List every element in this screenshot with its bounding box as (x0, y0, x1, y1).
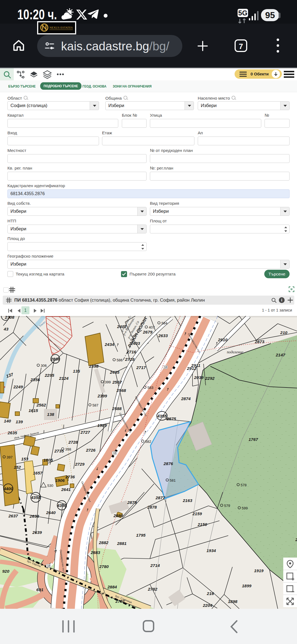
svg-text:2562: 2562 (36, 403, 46, 407)
svg-text:579: 579 (224, 504, 230, 508)
svg-text:2435: 2435 (110, 370, 120, 375)
svg-text:4400: 4400 (3, 486, 13, 491)
svg-text:306: 306 (41, 364, 47, 368)
svg-text:2875: 2875 (166, 416, 176, 421)
svg-text:407: 407 (149, 325, 155, 329)
svg-text:399: 399 (105, 380, 111, 384)
svg-text:1805: 1805 (43, 458, 53, 462)
svg-text:2808: 2808 (50, 357, 60, 361)
svg-text:2880: 2880 (113, 513, 123, 518)
svg-text:2639: 2639 (32, 530, 42, 535)
svg-text:584: 584 (161, 321, 167, 325)
svg-text:2874: 2874 (181, 396, 191, 401)
svg-text:135: 135 (73, 369, 80, 373)
svg-text:691: 691 (36, 587, 43, 592)
svg-text:599: 599 (242, 506, 248, 510)
svg-text:2150: 2150 (197, 522, 207, 527)
svg-text:920: 920 (2, 569, 9, 574)
svg-text:2398: 2398 (89, 364, 99, 369)
svg-text:2567: 2567 (112, 380, 122, 384)
svg-text:1934: 1934 (207, 548, 216, 553)
svg-text:138: 138 (47, 412, 54, 417)
svg-text:2039: 2039 (194, 375, 204, 380)
svg-text:2735: 2735 (54, 449, 64, 453)
svg-text:2728: 2728 (68, 440, 78, 444)
svg-text:2883: 2883 (90, 550, 100, 555)
svg-text:2147: 2147 (276, 353, 286, 357)
svg-text:43: 43 (3, 327, 9, 331)
svg-text:210: 210 (280, 330, 287, 335)
svg-text:2876: 2876 (163, 461, 173, 466)
svg-text:2434: 2434 (105, 342, 114, 347)
svg-text:152: 152 (14, 465, 21, 470)
svg-text:2717: 2717 (136, 365, 146, 370)
svg-text:2163: 2163 (183, 498, 193, 503)
svg-text:1795: 1795 (136, 533, 146, 537)
svg-text:2356: 2356 (30, 377, 40, 382)
svg-text:583: 583 (147, 386, 153, 390)
svg-text:2881: 2881 (117, 541, 127, 546)
svg-text:2729: 2729 (75, 462, 85, 466)
svg-text:397: 397 (7, 455, 13, 459)
svg-text:2718: 2718 (125, 357, 135, 362)
svg-text:2638: 2638 (29, 514, 39, 519)
svg-text:2726: 2726 (86, 448, 96, 452)
svg-text:2782: 2782 (148, 587, 158, 591)
svg-text:2884: 2884 (107, 585, 117, 589)
svg-text:586: 586 (117, 358, 123, 362)
svg-text:22: 22 (295, 537, 297, 542)
svg-text:2159: 2159 (192, 511, 202, 516)
svg-text:1989: 1989 (97, 423, 107, 428)
svg-text:2588: 2588 (112, 406, 122, 411)
svg-text:2204: 2204 (203, 603, 213, 608)
svg-text:139: 139 (16, 419, 23, 424)
svg-text:2727: 2727 (80, 430, 90, 435)
svg-text:1906: 1906 (55, 478, 65, 483)
svg-text:4354: 4354 (31, 495, 41, 500)
svg-text:18: 18 (47, 564, 50, 567)
svg-text:2635: 2635 (7, 430, 17, 435)
svg-text:2295: 2295 (45, 373, 54, 378)
svg-text:2124: 2124 (59, 376, 69, 381)
svg-text:2877: 2877 (155, 495, 166, 500)
svg-text:1657: 1657 (33, 471, 43, 475)
svg-text:2780: 2780 (99, 564, 109, 569)
svg-text:18: 18 (113, 452, 116, 455)
svg-text:1919: 1919 (254, 568, 264, 573)
svg-text:2292: 2292 (205, 376, 215, 381)
svg-text:2912: 2912 (187, 366, 197, 371)
svg-text:2637: 2637 (8, 514, 18, 518)
svg-text:398: 398 (65, 447, 71, 451)
svg-text:2882: 2882 (99, 540, 109, 545)
svg-text:1615: 1615 (29, 408, 38, 413)
svg-text:2568: 2568 (116, 388, 126, 393)
svg-text:1898: 1898 (228, 599, 238, 604)
svg-text:1899: 1899 (242, 583, 252, 588)
svg-text:2640: 2640 (46, 510, 56, 515)
svg-text:2641: 2641 (61, 487, 71, 492)
svg-text:NEXUS ESTATES: NEXUS ESTATES (50, 26, 73, 29)
svg-text:216: 216 (207, 591, 214, 596)
svg-text:2714: 2714 (150, 563, 160, 568)
svg-text:587: 587 (92, 403, 98, 407)
svg-text:2633: 2633 (158, 333, 168, 338)
svg-text:2878: 2878 (147, 505, 157, 509)
svg-text:581: 581 (170, 478, 176, 482)
svg-text:2910: 2910 (218, 337, 228, 342)
svg-text:140: 140 (4, 419, 11, 423)
svg-text:578: 578 (241, 483, 247, 487)
svg-text:4356: 4356 (57, 503, 67, 508)
svg-text:18: 18 (164, 366, 167, 369)
svg-text:2399: 2399 (97, 394, 107, 398)
svg-text:2679: 2679 (143, 330, 153, 334)
svg-text:поделение: поделение (227, 350, 243, 354)
svg-text:153: 153 (21, 457, 28, 461)
svg-text:4355: 4355 (157, 414, 167, 418)
svg-text:530: 530 (47, 484, 53, 488)
svg-text:2879: 2879 (127, 500, 137, 505)
svg-text:582: 582 (145, 440, 151, 444)
svg-text:1767: 1767 (249, 437, 258, 442)
svg-text:2249: 2249 (13, 384, 23, 389)
svg-text:2716: 2716 (127, 350, 136, 354)
svg-text:2736: 2736 (65, 474, 75, 479)
